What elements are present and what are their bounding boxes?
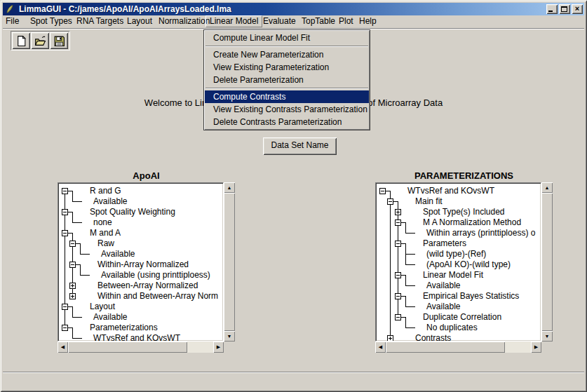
close-button[interactable]: ×: [572, 4, 583, 14]
new-file-button[interactable]: [12, 32, 30, 49]
minimize-button[interactable]: [546, 4, 558, 14]
tree-node-wild-type-ref[interactable]: (wild type)-(Ref): [426, 249, 486, 259]
collapse-box-icon[interactable]: [379, 188, 386, 194]
collapse-box-icon[interactable]: [62, 230, 68, 236]
tree-node-available[interactable]: Available: [93, 196, 127, 207]
tree-node-contrasts[interactable]: Contrasts: [415, 333, 451, 342]
menu-item-compute-contrasts[interactable]: Compute Contrasts: [205, 90, 369, 103]
tree-node-parameterizations[interactable]: Parameterizations: [90, 323, 158, 333]
menubar-item-evaluate[interactable]: Evaluate: [263, 15, 296, 27]
tree-node-within-arrays-printtiploess-o[interactable]: Within arrays (printtiploess) o: [426, 228, 535, 238]
hscroll-thumb[interactable]: [386, 342, 505, 353]
tree-node-no-duplicates[interactable]: No duplicates: [426, 323, 478, 333]
tree-connector-line: [405, 222, 406, 234]
menu-item-create-new-parameterization[interactable]: Create New Parameterization: [205, 48, 369, 61]
menubar-item-help[interactable]: Help: [359, 15, 377, 27]
tree-node-none[interactable]: none: [93, 217, 112, 228]
collapse-box-icon[interactable]: [395, 293, 401, 299]
tree-node-wtvsref-and-kovswt[interactable]: WTvsRef and KOvsWT: [407, 186, 494, 196]
menu-bar: FileSpot TypesRNA TargetsLayoutNormaliza…: [3, 15, 584, 28]
right-tree[interactable]: WTvsRef and KOvsWTMain fitSpot Type(s) I…: [375, 182, 541, 342]
vscroll-thumb[interactable]: [224, 193, 235, 331]
tree-node-raw[interactable]: Raw: [97, 238, 114, 249]
tree-node-r-and-g[interactable]: R and G: [90, 186, 121, 196]
menubar-item-toptable[interactable]: TopTable: [302, 15, 335, 27]
tree-connector-line: [405, 285, 415, 286]
tree-node-apoai-ko-wild-type[interactable]: (ApoAI KO)-(wild type): [426, 259, 511, 270]
menu-separator: [205, 88, 368, 89]
menu-item-compute-linear-model-fit[interactable]: Compute Linear Model Fit: [205, 32, 369, 44]
maximize-button[interactable]: [559, 4, 570, 14]
right-tree-vscrollbar[interactable]: ▲ ▼: [541, 182, 553, 342]
tree-node-within-and-between-array-norm[interactable]: Within and Between-Array Norm: [97, 291, 218, 302]
left-tree-hscrollbar[interactable]: ◀ ▶: [58, 342, 224, 353]
tree-node-within-array-normalized[interactable]: Within-Array Normalized: [97, 259, 189, 270]
menubar-item-plot[interactable]: Plot: [339, 15, 353, 27]
scroll-up-icon[interactable]: ▲: [541, 182, 553, 193]
tree-node-available[interactable]: Available: [101, 249, 135, 259]
collapse-box-icon[interactable]: [62, 325, 68, 331]
left-tree-vscrollbar[interactable]: ▲ ▼: [224, 182, 235, 342]
title-bar[interactable]: LimmaGUI - C:/james/ApoAI/ApoAIArraysLoa…: [3, 3, 584, 15]
expand-box-icon[interactable]: [69, 293, 76, 299]
window-controls: ×: [545, 4, 583, 14]
tree-node-empirical-bayes-statistics[interactable]: Empirical Bayes Statistics: [423, 291, 519, 302]
hscroll-thumb[interactable]: [68, 342, 187, 353]
tree-node-layout[interactable]: Layout: [90, 302, 115, 312]
collapse-box-icon[interactable]: [62, 188, 68, 194]
scroll-left-icon[interactable]: ◀: [58, 342, 68, 353]
collapse-box-icon[interactable]: [62, 209, 68, 215]
collapse-box-icon[interactable]: [395, 314, 401, 320]
menubar-item-rna-targets[interactable]: RNA Targets: [76, 15, 123, 27]
tree-node-available[interactable]: Available: [426, 302, 460, 312]
tree-node-between-array-normalized[interactable]: Between-Array Normalized: [97, 281, 198, 291]
menubar-item-spot-types[interactable]: Spot Types: [30, 15, 72, 27]
menubar-item-layout[interactable]: Layout: [127, 15, 152, 27]
expand-box-icon[interactable]: [395, 209, 401, 215]
collapse-box-icon[interactable]: [69, 241, 76, 247]
tree-node-parameters[interactable]: Parameters: [423, 238, 466, 249]
data-set-name-button[interactable]: Data Set Name: [263, 137, 337, 155]
collapse-box-icon[interactable]: [395, 272, 401, 278]
collapse-box-icon[interactable]: [69, 262, 76, 268]
collapse-box-icon[interactable]: [395, 219, 401, 226]
tree-connector-line: [72, 212, 73, 223]
save-file-button[interactable]: [50, 32, 68, 49]
left-tree[interactable]: R and GAvailableSpot Quality Weightingno…: [58, 182, 224, 342]
tree-node-m-a-normalization-method[interactable]: M A Normalization Method: [423, 217, 521, 228]
menubar-item-normalization[interactable]: Normalization: [158, 15, 210, 27]
new-file-icon: [15, 35, 27, 47]
tree-node-available[interactable]: Available: [426, 281, 460, 291]
tree-node-available-using-printtiploess[interactable]: Available (using printtiploess): [101, 270, 210, 281]
collapse-box-icon[interactable]: [395, 241, 401, 247]
menu-item-view-existing-parameterization[interactable]: View Existing Parameterization: [205, 61, 369, 74]
scroll-left-icon[interactable]: ◀: [375, 342, 386, 353]
scroll-right-icon[interactable]: ▶: [213, 342, 224, 353]
right-tree-hscrollbar[interactable]: ◀ ▶: [375, 342, 541, 353]
tree-node-available[interactable]: Available: [93, 312, 127, 323]
open-file-button[interactable]: [31, 32, 49, 49]
tree-node-spot-type-s-included[interactable]: Spot Type(s) Included: [423, 207, 505, 217]
vscroll-thumb[interactable]: [541, 193, 553, 331]
tree-node-duplicate-correlation[interactable]: Duplicate Correlation: [423, 312, 501, 323]
scroll-right-icon[interactable]: ▶: [531, 342, 541, 353]
menu-item-delete-parameterization[interactable]: Delete Parameterization: [205, 74, 369, 86]
expand-box-icon[interactable]: [69, 283, 76, 289]
tree-node-m-and-a[interactable]: M and A: [90, 228, 121, 238]
tree-node-wtvsref-and-kovswt[interactable]: WTvsRef and KOvsWT: [93, 333, 180, 342]
menu-item-delete-contrasts-parameterization[interactable]: Delete Contrasts Parameterization: [205, 116, 369, 128]
tree-node-main-fit[interactable]: Main fit: [415, 196, 443, 207]
expand-box-icon[interactable]: [387, 335, 393, 342]
menu-item-view-existing-contrasts-parameterization[interactable]: View Existing Contrasts Parameterization: [205, 103, 369, 116]
tree-connector-line: [405, 233, 415, 234]
scroll-up-icon[interactable]: ▲: [224, 182, 235, 193]
menubar-item-file[interactable]: File: [6, 15, 19, 27]
scroll-down-icon[interactable]: ▼: [541, 331, 553, 342]
collapse-box-icon[interactable]: [62, 304, 68, 310]
tree-node-linear-model-fit[interactable]: Linear Model Fit: [423, 270, 483, 281]
tree-node-spot-quality-weighting[interactable]: Spot Quality Weighting: [90, 207, 175, 217]
scroll-down-icon[interactable]: ▼: [224, 331, 235, 342]
collapse-box-icon[interactable]: [387, 198, 393, 205]
menubar-item-linear-model[interactable]: Linear Model: [205, 15, 262, 27]
left-tree-scroll-corner: [224, 342, 235, 353]
